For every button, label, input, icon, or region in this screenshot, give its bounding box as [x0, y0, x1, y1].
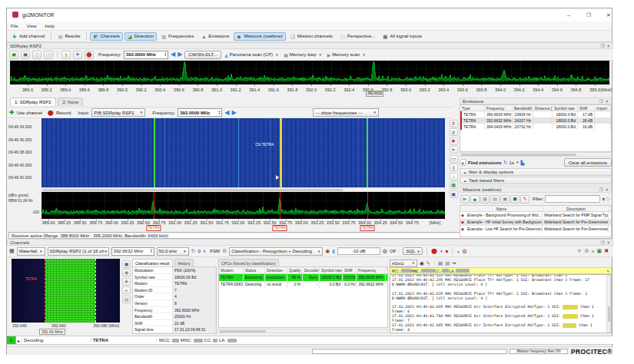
channel-icon-1[interactable]: ◉: [122, 269, 131, 276]
maximize-button[interactable]: ❐: [584, 11, 593, 19]
close-icon[interactable]: ✕: [606, 240, 610, 245]
toolbar-button-channels[interactable]: ◩Channels: [90, 32, 122, 41]
toolbar-button-detection[interactable]: ◪Detection: [124, 32, 157, 41]
table-row[interactable]: TETRA DMODetectingno result0 %-0.0 Bd0.0…: [219, 281, 387, 288]
toolbar-button-emissions[interactable]: ▲Emissions: [198, 32, 232, 41]
spectrum-view-icon[interactable]: ▣: [9, 51, 18, 59]
side-icon-1[interactable]: #: [450, 128, 458, 136]
channel-icon-2[interactable]: ✚: [122, 278, 131, 286]
mission-icon-1[interactable]: ▶: [460, 195, 470, 204]
ch-icon-2[interactable]: ⚙: [584, 248, 589, 254]
close-icon[interactable]: ✕: [605, 99, 609, 104]
tab-none[interactable]: 2: None: [58, 98, 83, 106]
highlight-icon[interactable]: ✎: [427, 260, 430, 266]
mission-icon-7[interactable]: ✎: [520, 195, 529, 204]
find-text-icon[interactable]: ◉: [420, 260, 424, 266]
record-button[interactable]: Record: [56, 111, 71, 115]
toolbar-button-missions[interactable]: ◆Missions (realtime): [234, 32, 285, 41]
processing-mode-select[interactable]: Classification - Recognition + Decoding▼: [229, 247, 323, 256]
loop-icon[interactable]: ↻: [191, 248, 196, 254]
table-row[interactable]: TETRA392.6632 MHz24207 Hz18000.0 Bd28 dB: [460, 117, 611, 124]
loop-count[interactable]: 0: [198, 249, 200, 253]
tool-icon-1[interactable]: ◗: [456, 249, 460, 254]
float-icon[interactable]: ❐: [599, 187, 602, 192]
tune-left-icon[interactable]: ◀: [171, 51, 175, 58]
detection-waterfall[interactable]: CN TETRA: [41, 118, 445, 187]
frequency-spinner[interactable]: 392.0000 MHz▲▼: [124, 51, 168, 59]
toolbar-button-perspective[interactable]: ▢Perspective...: [337, 32, 378, 41]
side-icon-6[interactable]: ↓: [450, 173, 458, 180]
det-right-icon[interactable]: ▶: [231, 109, 236, 117]
table-row[interactable]: ◆Example - Background Processing of Wid.…: [460, 212, 611, 219]
side-icon-2[interactable]: ✱: [450, 137, 458, 145]
menu-item-file[interactable]: File: [11, 24, 18, 28]
det-left-icon[interactable]: ◀: [224, 109, 229, 117]
channel-icon-0[interactable]: ▣: [122, 260, 131, 268]
side-icon-3[interactable]: ➤: [450, 146, 458, 154]
tune-right-icon[interactable]: ▶: [178, 51, 182, 58]
sql-button[interactable]: SQL▼: [403, 247, 423, 255]
float-icon[interactable]: ❐: [600, 240, 604, 245]
interval-icon[interactable]: ↻: [503, 160, 508, 166]
save-text-icon[interactable]: ▤: [438, 260, 443, 266]
float-icon[interactable]: ❐: [600, 44, 604, 48]
use-channel-button[interactable]: Use channel: [17, 111, 42, 115]
side-icon-8[interactable]: ▣: [450, 190, 458, 198]
toolbar-button-results[interactable]: ▤Results: [55, 32, 83, 41]
table-row[interactable]: ◆Example - HF Initial Survey with Backgr…: [460, 219, 611, 226]
mission-filter-input[interactable]: [545, 195, 600, 203]
text-scrollbar[interactable]: [606, 275, 611, 333]
toolbar-button-all-signal-inputs[interactable]: ▦All signal inputs: [380, 32, 425, 41]
side-icon-0[interactable]: #: [450, 120, 458, 127]
detection-spectrum[interactable]: [41, 192, 445, 219]
channel-icon-4[interactable]: ▤: [122, 296, 131, 303]
ch-icon-1[interactable]: ✛: [577, 248, 582, 254]
memory-step-button[interactable]: ▦ Memory step▼: [282, 51, 324, 59]
snapshot-icon[interactable]: ▙: [520, 160, 524, 165]
close-icon[interactable]: ✕: [605, 187, 609, 192]
print-icon[interactable]: ▥: [445, 260, 450, 266]
find-emissions-button[interactable]: Find emissions: [468, 160, 502, 165]
panorama-scan-button[interactable]: ◭ Panorama scan (CP)▼: [224, 51, 280, 59]
det-frequency-spinner[interactable]: 392.0000 MHz▲▼: [178, 108, 222, 117]
interval-value[interactable]: 1s: [510, 160, 514, 165]
minimize-button[interactable]: –: [564, 11, 573, 19]
filter-display-options-section[interactable]: ▲filter & display options: [460, 168, 612, 176]
mission-icon-4[interactable]: ▤: [490, 195, 500, 204]
mission-edit-icon[interactable]: ▷: [607, 196, 611, 202]
stop-icon[interactable]: ■: [446, 249, 449, 253]
wideband-spectrum[interactable]: [10, 61, 609, 84]
side-icon-5[interactable]: ‖: [450, 164, 458, 171]
bars-icon[interactable]: ǁ: [61, 51, 71, 59]
mission-icon-3[interactable]: ▦: [480, 195, 490, 204]
ch-icon-3[interactable]: ≡: [591, 249, 594, 254]
task-based-filters-section[interactable]: ▲Task based filters: [460, 177, 612, 184]
clear-text-icon[interactable]: ◌: [433, 260, 436, 266]
find-emissions-icon[interactable]: ▸: [460, 159, 466, 166]
channel-summary-row[interactable]: 1 ▸ Decoding TETRA MCC: MNC: CC: LA:: [7, 336, 613, 345]
speaker-icon[interactable]: ◉: [325, 248, 330, 254]
tab-cpc[interactable]: CPCs (forced by classification): [218, 259, 279, 266]
channel-bandwidth-select[interactable]: 50.0 kHz▼: [157, 247, 189, 256]
menu-item-view[interactable]: View: [27, 24, 37, 28]
table-row[interactable]: TETRA390.6629 MHz23829 Hz18000.0 Bd17 dB: [460, 111, 611, 117]
input-select[interactable]: PIB SDRplay RSP2▼: [91, 108, 145, 117]
view-select[interactable]: Waterfall▼: [17, 247, 45, 256]
view-icon-3[interactable]: ◫: [32, 51, 41, 59]
refresh-icon[interactable]: ◌: [398, 249, 401, 253]
ddc-button[interactable]: CW/SN-DLT...: [184, 51, 221, 59]
close-channel-icon[interactable]: ✖: [604, 248, 609, 254]
afc-off-label[interactable]: Off: [390, 249, 396, 253]
float-icon[interactable]: ❐: [599, 99, 602, 104]
emissions-scrollbar[interactable]: [460, 152, 612, 157]
toolbar-button-mission-channels[interactable]: ❏Mission channels: [287, 32, 336, 41]
record-channel-icon[interactable]: ⬤: [431, 248, 437, 254]
export-icon[interactable]: ➔: [452, 260, 456, 266]
record-icon[interactable]: ⬤: [85, 51, 94, 59]
side-icon-7[interactable]: ▦: [450, 181, 458, 189]
close-icon[interactable]: ✕: [606, 44, 610, 48]
ch-icon-4[interactable]: ▣: [597, 248, 602, 254]
tab-classification-result[interactable]: Classification result: [132, 259, 173, 266]
tab-history[interactable]: History: [174, 259, 193, 266]
edit-icon[interactable]: ✎: [606, 268, 609, 273]
